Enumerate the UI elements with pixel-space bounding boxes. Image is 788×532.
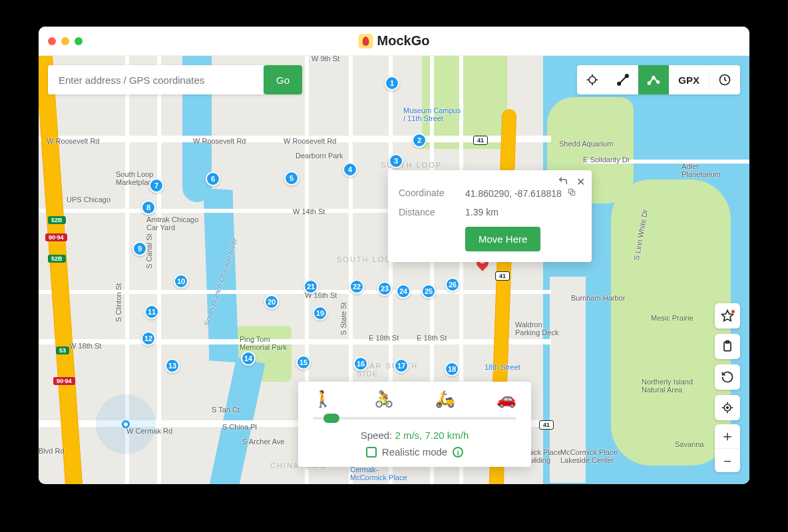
shield-52b-1: 52B: [48, 216, 66, 224]
waypoint-9[interactable]: 9: [132, 241, 147, 256]
label-18th-station: 18th Street: [485, 363, 520, 371]
clipboard-button[interactable]: [715, 334, 740, 359]
map-viewport[interactable]: W 9th St W Roosevelt Rd W Roosevelt Rd W…: [39, 56, 749, 484]
move-here-button[interactable]: Move Here: [465, 227, 540, 251]
history-button[interactable]: [709, 65, 740, 94]
coordinate-label: Coordinate: [399, 188, 465, 199]
shield-53: 53: [56, 346, 69, 354]
shield-9094-2: 90·94: [53, 377, 75, 385]
go-button[interactable]: Go: [264, 65, 302, 94]
shield-41-3: 41: [539, 420, 554, 430]
waypoint-22[interactable]: 22: [349, 279, 364, 294]
coordinate-value: 41.860290, -87.618818: [465, 188, 562, 199]
label-mesic: Mesic Prairie: [651, 314, 693, 322]
label-blvd: Blvd Rd: [39, 447, 65, 455]
label-cermak-station: Cermak- McCormick Place: [350, 466, 407, 481]
waypoint-4[interactable]: 4: [343, 162, 357, 177]
shield-52b-2: 52B: [48, 255, 66, 263]
speed-slider[interactable]: [313, 412, 516, 424]
waypoint-16[interactable]: 16: [353, 356, 368, 371]
walk-mode-icon[interactable]: 🚶: [313, 390, 333, 408]
reset-button[interactable]: [715, 364, 740, 390]
waypoint-11[interactable]: 11: [144, 305, 159, 319]
waypoint-6[interactable]: 6: [206, 172, 220, 186]
copy-icon[interactable]: [567, 188, 576, 199]
waypoint-15[interactable]: 15: [296, 355, 311, 370]
label-shedd: Shedd Aquarium: [559, 140, 613, 148]
label-archer: S Archer Ave: [242, 438, 284, 446]
app-window: MockGo W 9th St: [39, 27, 749, 484]
label-northerly: Northerly Island Natural Area: [642, 378, 693, 394]
top-toolbar: GPX: [577, 65, 740, 94]
waypoint-3[interactable]: 3: [389, 154, 403, 168]
waypoint-24[interactable]: 24: [396, 284, 411, 299]
app-title: MockGo: [359, 33, 430, 49]
label-museum-campus: Museum Campus / 11th Street: [403, 106, 461, 122]
side-buttons: [715, 303, 740, 420]
waypoint-18[interactable]: 18: [445, 362, 459, 376]
label-schina: S China Pl: [222, 423, 257, 431]
realistic-mode-label: Realistic mode: [382, 446, 447, 458]
waypoint-21[interactable]: 21: [303, 279, 318, 294]
gpx-button[interactable]: GPX: [669, 74, 709, 86]
close-icon[interactable]: ✕: [576, 176, 585, 189]
recenter-button[interactable]: [715, 395, 740, 420]
distance-label: Distance: [399, 207, 465, 217]
waypoint-13[interactable]: 13: [165, 358, 180, 373]
shield-41-2: 41: [495, 271, 510, 281]
zoom-out-button[interactable]: －: [715, 448, 740, 472]
waypoint-19[interactable]: 19: [313, 306, 327, 321]
svg-point-0: [589, 76, 596, 83]
waypoint-10[interactable]: 10: [174, 274, 188, 289]
waypoint-23[interactable]: 23: [377, 281, 392, 296]
realistic-mode-checkbox[interactable]: [366, 447, 377, 458]
speed-readout: Speed: 2 m/s, 7.20 km/h: [313, 430, 516, 441]
waypoint-5[interactable]: 5: [284, 171, 299, 186]
zoom-in-button[interactable]: ＋: [715, 424, 740, 448]
label-w14th: W 14th St: [293, 207, 325, 215]
undo-icon[interactable]: [558, 176, 568, 189]
cycle-mode-icon[interactable]: 🚴: [374, 390, 394, 408]
app-logo-icon: [359, 34, 373, 49]
maximize-window-icon[interactable]: [75, 37, 83, 45]
speed-panel: 🚶 🚴 🛵 🚗 Speed: 2 m/s, 7.20 km/h Realisti…: [298, 382, 531, 467]
waypoint-7[interactable]: 7: [149, 178, 164, 193]
svg-point-18: [727, 407, 729, 409]
search-input[interactable]: [48, 65, 264, 94]
waypoint-8[interactable]: 8: [141, 200, 156, 215]
waypoint-26[interactable]: 26: [445, 277, 460, 292]
label-clinton: S Clinton St: [114, 283, 122, 322]
locate-mode-button[interactable]: [577, 65, 608, 94]
label-e18th-1: E 18th St: [369, 334, 399, 342]
multi-spot-button[interactable]: [638, 65, 669, 94]
label-stan: S Tan Ct: [212, 406, 240, 414]
label-pingtom: Ping Tom Memorial Park: [240, 335, 287, 351]
label-ups: UPS Chicago: [67, 196, 110, 203]
waypoint-12[interactable]: 12: [141, 331, 156, 346]
waypoint-2[interactable]: 2: [412, 133, 427, 148]
label-waldron: Waldron Parking Deck: [515, 321, 558, 336]
scooter-mode-icon[interactable]: 🛵: [435, 390, 455, 408]
label-e18th-2: E 18th St: [417, 334, 447, 342]
titlebar: MockGo: [39, 27, 749, 56]
two-spot-button[interactable]: [608, 65, 638, 94]
close-window-icon[interactable]: [48, 37, 56, 45]
search-bar: Go: [48, 65, 302, 94]
label-savanna: Savanna: [675, 440, 703, 448]
waypoint-20[interactable]: 20: [264, 295, 279, 309]
park-grant: [422, 56, 507, 149]
waypoint-17[interactable]: 17: [394, 358, 409, 373]
waypoint-25[interactable]: 25: [421, 284, 436, 299]
minimize-window-icon[interactable]: [61, 37, 69, 45]
waypoint-14[interactable]: 14: [241, 351, 256, 366]
favorites-button[interactable]: [715, 303, 740, 329]
label-burnham: Burnham Harbor: [571, 294, 625, 302]
speed-slider-thumb[interactable]: [323, 414, 339, 423]
waypoint-1[interactable]: 1: [385, 76, 399, 90]
label-mcplace-lake: McCormick Place Lakeside Center: [560, 448, 618, 464]
shield-9094-1: 90·94: [45, 233, 67, 241]
distance-value: 1.39 km: [465, 207, 498, 217]
realistic-info-icon[interactable]: i: [453, 447, 463, 458]
road-18th: [39, 339, 551, 344]
car-mode-icon[interactable]: 🚗: [496, 390, 516, 408]
